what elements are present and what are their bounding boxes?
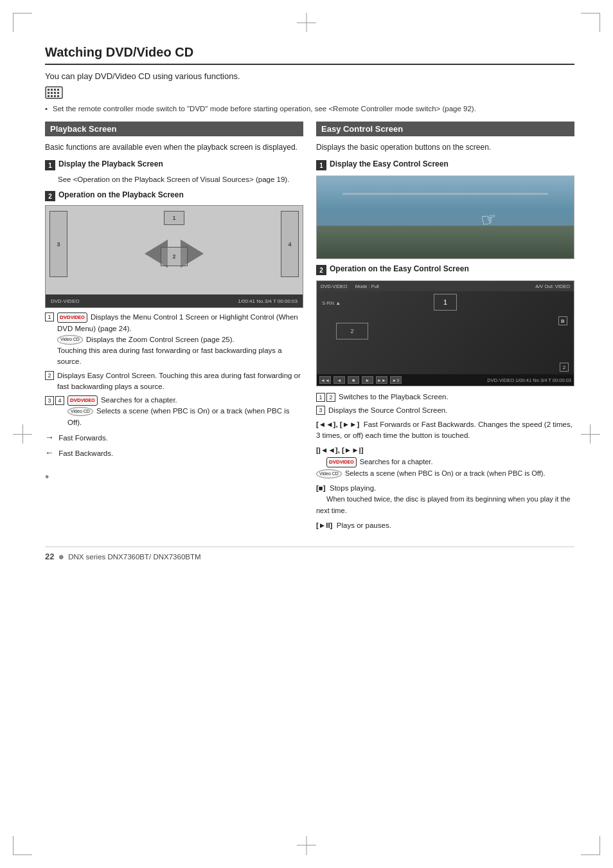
desc-num-1: 1 (45, 312, 54, 321)
desc-item-34: 3 4 DVDVIDEO Searches for a chapter. Vid… (45, 395, 303, 428)
brand-videocd-skip: Video CD (316, 469, 342, 479)
svg-rect-3 (54, 89, 56, 91)
easy-op-bottombar: ◄◄ ◄ ■ ► ►► ►II DVD-VIDEO 1/00:41 No 3/4… (317, 374, 574, 386)
right-desc-stop: [■] Stops playing. When touched twice, t… (316, 483, 574, 517)
right-desc-play: [►II] Plays or pauses. (316, 520, 574, 532)
desc-item-1: 1 DVDVIDEO Displays the Menu Control 1 S… (45, 312, 303, 367)
step1-label: Display the Playback Screen (58, 159, 163, 168)
desc-item-2: 2 Displays Easy Control Screen. Touching… (45, 370, 303, 393)
desc-num-2: 2 (45, 371, 54, 380)
remote-icon (45, 86, 574, 101)
crosshair-bot-v (306, 836, 307, 855)
svg-rect-12 (57, 95, 59, 97)
screen-region-2: 2 (161, 247, 188, 266)
step2-num: 2 (45, 191, 55, 201)
right-num-12: 1 2 (316, 392, 335, 402)
right-desc-ff-fr: [◄◄], [►►] Fast Forwards or Fast Backwar… (316, 419, 574, 442)
screen-region-3: 3 (49, 211, 67, 277)
desc-num-34: 3 4 (45, 395, 64, 405)
right-text-3: Displays the Source Control Screen. (328, 405, 447, 416)
easy-op-topbar: DVD-VIDEO Mode : Full A/V Out: VIDEO (317, 281, 574, 291)
corner-mark-bl (13, 836, 32, 855)
svg-rect-6 (51, 92, 53, 94)
btn-next[interactable]: ► (362, 376, 373, 384)
easy-op-region-1: 1 (434, 294, 457, 311)
crosshair-top-v (306, 13, 307, 32)
playback-screen-header: Playback Screen (45, 122, 303, 136)
svg-rect-8 (57, 92, 59, 94)
right-desc-3: 3 Displays the Source Control Screen. (316, 405, 574, 416)
easy-step1-num: 1 (316, 160, 326, 170)
brand-videocd-1: Video CD (57, 335, 83, 345)
btn-skip-fwd[interactable]: ►► (376, 376, 387, 384)
topbar-av: A/V Out: VIDEO (535, 284, 570, 289)
crosshair-mid-left-v (22, 424, 23, 444)
desc-text-34: DVDVIDEO Searches for a chapter. Video C… (67, 395, 303, 428)
easy-screen-bg: ☞ (317, 176, 574, 258)
footer-text: 22 ● DNX series DNX7360BT/ DNX7360BTM (45, 551, 574, 563)
desc-text-2: Displays Easy Control Screen. Touching t… (57, 370, 303, 393)
btn-play-pause[interactable]: ►II (390, 376, 402, 384)
easy-step1-item: 1 Display the Easy Control Screen (316, 159, 574, 170)
step1-desc: See <Operation on the Playback Screen of… (45, 174, 303, 185)
svg-rect-1 (48, 89, 49, 91)
easy-op-region-2: 2 (336, 323, 368, 339)
easy-step2-label: Operation on the Easy Control Screen (330, 264, 469, 273)
brand-dvd-34: DVDVIDEO (67, 395, 98, 406)
fast-forwards-text: Fast Forwards. (58, 434, 108, 442)
btn-prev[interactable]: ◄ (333, 376, 345, 384)
svg-rect-7 (54, 92, 56, 94)
brand-videocd-34: Video CD (67, 407, 93, 417)
right-desc-12: 1 2 Switches to the Playback Screen. (316, 392, 574, 402)
easy-op-region-num: 2 (560, 363, 569, 372)
fast-forwards-item: → Fast Forwards. (45, 431, 303, 445)
easy-op-screen-image: DVD-VIDEO Mode : Full A/V Out: VIDEO 1 S… (316, 280, 574, 386)
step1-num: 1 (45, 160, 55, 170)
topbar-dvd: DVD-VIDEO (321, 284, 348, 289)
page-footer: 22 ● DNX series DNX7360BT/ DNX7360BTM (45, 547, 574, 563)
page-title: Watching DVD/Video CD (45, 45, 574, 65)
playback-screen-intro: Basic functions are available even when … (45, 141, 303, 153)
corner-mark-tr (581, 13, 600, 32)
right-text-12: Switches to the Playback Screen. (339, 392, 449, 402)
playback-screen-image: 1 3 4 2 DVD-VIDEO 1/00:41 No.3/4 T (45, 205, 303, 308)
easy-step1-label: Display the Easy Control Screen (330, 159, 449, 168)
right-num-3: 3 (316, 406, 325, 415)
arrow-bwd-icon: ← (45, 448, 54, 458)
bracket-term-skip: [|◄◄], [►►|] (316, 446, 364, 454)
arrow-fwd-icon: → (45, 432, 54, 442)
right-desc-skip: [|◄◄], [►►|] DVDVIDEO Searches for a cha… (316, 445, 574, 479)
playback-time: DVD-VIDEO 1/00:41 No 3/4 T 00:00:03 (487, 377, 571, 383)
easy-op-region-3: B (558, 316, 567, 325)
bracket-term-stop: [■] (316, 484, 326, 492)
btn-stop[interactable]: ■ (348, 376, 359, 384)
fast-backwards-text: Fast Backwards. (58, 449, 113, 457)
hand-cursor-icon: ☞ (479, 208, 498, 231)
crosshair-mid-right-v (590, 424, 591, 444)
svg-rect-5 (48, 92, 49, 94)
svg-rect-2 (51, 89, 53, 91)
right-column: Easy Control Screen Displays the basic o… (316, 122, 574, 534)
step2-label: Operation on the Playback Screen (58, 190, 184, 199)
corner-mark-tl (13, 13, 32, 32)
footer-device-text: DNX series DNX7360BT/ DNX7360BTM (68, 553, 200, 561)
easy-control-header: Easy Control Screen (316, 122, 574, 136)
easy-op-label: S·RN ▲ (322, 300, 341, 306)
btn-skip-back[interactable]: ◄◄ (319, 376, 331, 384)
brand-dvd-skip: DVDVIDEO (326, 457, 357, 467)
right-desc-list: 1 2 Switches to the Playback Screen. 3 D… (316, 392, 574, 532)
desc-text-1: DVDVIDEO Displays the Menu Control 1 Scr… (57, 312, 303, 367)
scene-road-line (342, 193, 548, 195)
easy-control-screen-image: ☞ (316, 176, 574, 259)
crosshair-mid-right-h (581, 434, 600, 435)
skip-dvd-desc: DVDVIDEO Searches for a chapter. Video C… (316, 458, 545, 477)
easy-step2-item: 2 Operation on the Easy Control Screen (316, 264, 574, 275)
svg-rect-4 (57, 89, 59, 91)
note-text: Set the remote controller mode switch to… (45, 105, 574, 113)
intro-text: You can play DVD/Video CD using various … (45, 71, 574, 81)
step2-item: 2 Operation on the Playback Screen (45, 190, 303, 201)
easy-step2-num: 2 (316, 265, 326, 275)
corner-mark-br (581, 836, 600, 855)
bracket-term-ffr: [◄◄], [►►] (316, 420, 359, 428)
bracket-term-play: [►II] (316, 521, 332, 529)
